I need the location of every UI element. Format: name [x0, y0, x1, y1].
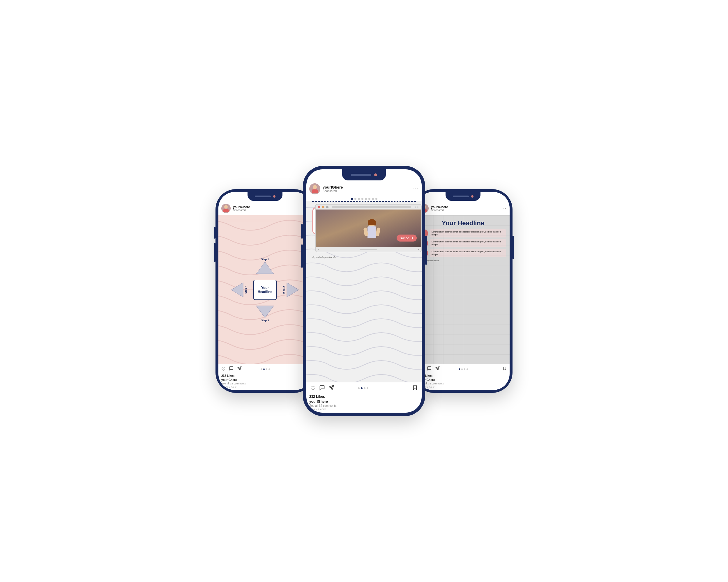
swipe-badge: swipe ➜ [397, 234, 417, 242]
time-left: 2 DAYS AGO [218, 385, 312, 390]
likes-center: 232 Likes [306, 394, 422, 399]
avatar-head [224, 205, 228, 209]
phone-right: yourIGhere Sponsored ··· [414, 189, 513, 393]
arrow-down-shape [255, 305, 275, 318]
phone-center-notch [342, 169, 386, 181]
username-right: yourIGhere [431, 205, 499, 209]
dot-c4 [361, 198, 363, 200]
svg-marker-0 [256, 262, 274, 274]
browser-toolbar: < > [316, 204, 421, 210]
dot-a2 [361, 387, 363, 389]
share-icon-left[interactable] [237, 366, 242, 372]
dot-r2 [461, 368, 463, 370]
browser-url-bar[interactable] [332, 206, 411, 209]
dot-4 [268, 368, 270, 370]
arrow-right: Step 2 [283, 281, 300, 299]
ig-post-right: yourIGhere Sponsored ··· [416, 192, 510, 390]
woman-silhouette [363, 218, 381, 247]
heart-icon-center[interactable]: ♡ [310, 385, 316, 392]
comment-icon-center[interactable] [319, 385, 325, 392]
avatar-head-center [313, 185, 317, 189]
browser-nav-left[interactable]: < [414, 206, 416, 209]
browser-max-btn[interactable] [326, 206, 329, 209]
ig-actions-right: ♡ [416, 364, 510, 373]
arrow-left-shape [231, 281, 244, 299]
swipe-label: swipe [400, 236, 409, 240]
post-image-center: Add your Scroll Stopping Hook Here [306, 201, 422, 382]
ig-actions-left: ♡ [218, 364, 312, 373]
swipe-arrow-icon: ➜ [410, 236, 413, 240]
notch-camera-right [471, 195, 473, 198]
svg-marker-1 [256, 306, 274, 318]
post-menu-right[interactable]: ··· [501, 206, 507, 211]
ig-header-left: yourIGhere Sponsored ··· [218, 201, 312, 215]
heart-icon-left[interactable]: ♡ [221, 366, 225, 372]
dot-r3 [464, 368, 465, 370]
browser-min-btn[interactable] [322, 206, 324, 209]
dot-3 [266, 368, 267, 370]
browser-progress-bar [360, 249, 377, 250]
comment-icon-right[interactable] [427, 366, 432, 372]
avatar-body-center [312, 189, 318, 193]
dots-pagination-center-top [306, 197, 422, 201]
arrow-right-shape [286, 281, 300, 299]
sponsored-center: Sponsored [323, 189, 411, 193]
dots-pagination-right-actions [459, 368, 468, 370]
sponsored-left: Sponsored [233, 209, 301, 212]
arrows-layout: Your Headline Step 1 [230, 256, 300, 323]
dot-1 [261, 368, 262, 370]
svg-rect-10 [416, 215, 510, 364]
comments-right[interactable]: See all 32 comments [416, 382, 510, 385]
browser-close-btn[interactable] [318, 206, 320, 209]
phones-container: yourIGhere Sponsored ··· [215, 166, 513, 416]
post-menu-center[interactable]: ··· [413, 186, 419, 192]
browser-nav-right[interactable]: > [417, 206, 419, 209]
share-icon-right[interactable] [435, 366, 440, 372]
ig-header-right: yourIGhere Sponsored ··· [416, 201, 510, 215]
dot-c8 [375, 198, 378, 200]
username-center: yourIGhere [323, 185, 411, 189]
step4-label: Step 4 [244, 286, 247, 294]
ig-actions-center: ♡ [306, 382, 422, 394]
svg-marker-3 [287, 282, 299, 297]
bookmark-icon-center[interactable] [412, 385, 418, 392]
share-icon-center[interactable] [329, 385, 334, 392]
step1-label: Step 1 [261, 258, 269, 261]
step3-label: Step 3 [261, 319, 269, 322]
browser-image: swipe ➜ [316, 210, 421, 247]
comment-icon-left[interactable] [229, 366, 234, 372]
phone-right-power [513, 236, 514, 259]
woman-arm-right [375, 227, 380, 237]
post-image-right: Your Headline 1 Lorem ipsum dolor sit [416, 215, 510, 364]
avatar-center [309, 183, 320, 194]
user-info-center: yourIGhere Sponsored [323, 185, 411, 193]
bookmark-icon-right[interactable] [503, 366, 507, 372]
dot-a4 [367, 387, 368, 389]
dot-a1 [358, 387, 360, 389]
dot-r1 [459, 368, 460, 370]
phone-center-screen: yourIGhere Sponsored ··· [306, 169, 422, 413]
notch-camera-center [374, 173, 377, 176]
sponsored-right: Sponsored [431, 209, 499, 212]
dot-2 [263, 368, 265, 370]
phone-left-notch [248, 192, 283, 201]
comments-left[interactable]: See all 32 comments [218, 382, 312, 385]
username-post-center: yourIGhere [306, 399, 422, 404]
browser-nav-back[interactable]: < [318, 248, 319, 251]
browser-bottom-bar: < > [316, 247, 421, 252]
time-right: 2 DAYS AGO [416, 385, 510, 390]
username-left: yourIGhere [233, 205, 301, 209]
browser-nav-forward[interactable]: > [417, 248, 419, 251]
phone-center-vol-up [301, 224, 303, 239]
svg-marker-13 [503, 367, 506, 370]
grid-lines-right [416, 215, 510, 364]
phone-center-power [425, 236, 427, 265]
user-info-left: yourIGhere Sponsored [233, 205, 301, 212]
step2-label: Step 2 [283, 286, 286, 294]
phone-right-screen: yourIGhere Sponsored ··· [416, 192, 510, 390]
comments-center[interactable]: See all 32 comments [306, 404, 422, 408]
phone-left-screen: yourIGhere Sponsored ··· [218, 192, 312, 390]
phone-left: yourIGhere Sponsored ··· [215, 189, 314, 393]
notch-speaker [255, 196, 271, 197]
dot-c7 [372, 198, 374, 200]
